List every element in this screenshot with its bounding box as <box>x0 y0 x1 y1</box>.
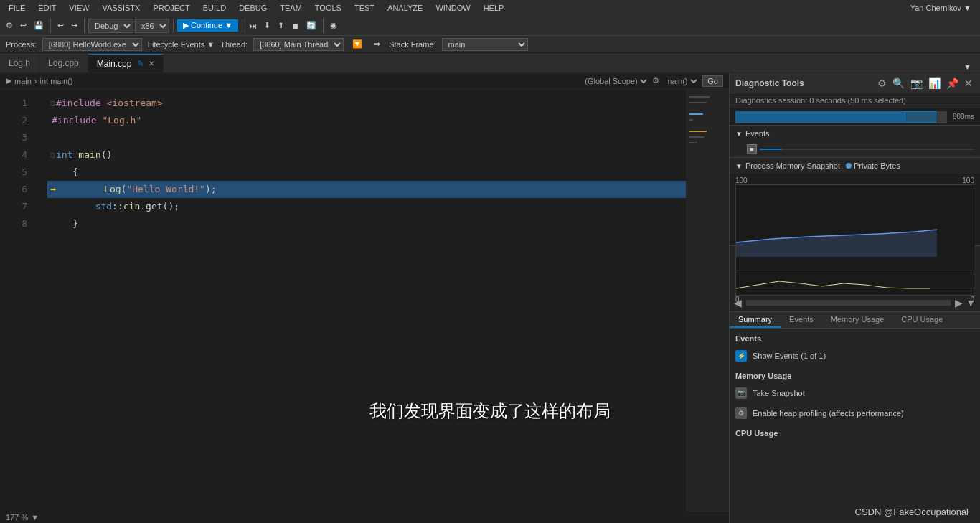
menu-test[interactable]: TEST <box>349 2 380 14</box>
toolbar-step-over[interactable]: ⏭ <box>246 20 260 32</box>
toolbar-save[interactable]: 💾 <box>31 19 47 32</box>
fold-icon-4[interactable]: □ <box>50 146 55 164</box>
mem-max-left: 100 <box>735 176 748 184</box>
menu-debug[interactable]: DEBUG <box>233 2 273 14</box>
filter-button[interactable]: 🔽 <box>349 38 365 50</box>
zoom-dropdown[interactable]: ▼ <box>31 513 39 522</box>
diag-tab-cpu-usage[interactable]: CPU Usage <box>892 312 951 328</box>
heap-profiling-icon: ⚙ <box>735 407 747 419</box>
code-text-4: int main() <box>56 146 112 164</box>
line-numbers: 1 2 3 4 5 6 7 8 <box>0 89 36 512</box>
diag-content: Events ⚡ Show Events (1 of 1) Memory Usa… <box>730 329 980 523</box>
diag-header: Diagnostic Tools ⚙ 🔍 📷 📊 📌 ✕ <box>730 73 980 93</box>
diag-search-icon[interactable]: 🔍 <box>891 76 906 90</box>
menu-window[interactable]: WINDOW <box>430 2 476 14</box>
diag-scroll-down[interactable]: ▼ <box>964 296 977 310</box>
process-select[interactable]: [6880] HelloWorld.exe <box>42 38 142 51</box>
stack-select[interactable]: main <box>442 38 528 51</box>
breadcrumb-main[interactable]: main <box>14 77 32 85</box>
diag-camera-icon[interactable]: 📷 <box>909 76 924 90</box>
menu-view[interactable]: VIEW <box>63 2 95 14</box>
thread-select[interactable]: [3660] Main Thread <box>253 38 344 51</box>
show-events-row: ⚡ Show Events (1 of 1) <box>735 346 974 366</box>
tab-overflow[interactable]: ▼ <box>961 61 974 72</box>
toolbar-step-out[interactable]: ⬆ <box>275 19 287 32</box>
go-button[interactable]: Go <box>702 75 723 87</box>
timeline-fill <box>735 111 905 123</box>
menu-team[interactable]: TEAM <box>274 2 308 14</box>
user-info[interactable]: Yan Chernikov ▼ <box>910 4 977 12</box>
platform-select[interactable]: x86 <box>135 19 169 33</box>
svg-rect-1 <box>689 96 710 98</box>
zoom-value[interactable]: 177 % <box>6 513 28 522</box>
toolbar: ⚙ ↩ 💾 ↩ ↪ Debug x86 ▶ Continue ▼ ⏭ ⬇ ⬆ ⏹… <box>0 16 980 36</box>
code-line-3 <box>47 129 686 146</box>
menu-help[interactable]: HELP <box>478 2 510 14</box>
toolbar-restart[interactable]: 🔄 <box>303 19 319 32</box>
toolbar-redo[interactable]: ↪ <box>68 19 80 32</box>
toolbar-new[interactable]: ⚙ <box>3 19 16 32</box>
breadcrumb: ▶ main › int main() (Global Scope) ⚙ mai… <box>0 73 729 89</box>
diag-chart-icon[interactable]: 📊 <box>927 76 942 90</box>
toolbar-step-into[interactable]: ⬇ <box>261 19 273 32</box>
diag-pin-icon[interactable]: 📌 <box>945 76 960 90</box>
toolbar-undo[interactable]: ↩ <box>55 19 67 32</box>
cpu-scroll-left[interactable]: ◀ <box>732 296 743 310</box>
heap-profiling-btn[interactable]: Enable heap profiling (affects performan… <box>753 406 904 420</box>
scope-select[interactable]: (Global Scope) <box>582 76 649 86</box>
config-select[interactable]: Debug <box>88 19 133 33</box>
tab-logh[interactable]: Log.h <box>0 54 39 72</box>
menu-build[interactable]: BUILD <box>197 2 232 14</box>
toolbar-sep4 <box>242 19 242 33</box>
events-label: Events <box>745 129 770 138</box>
event-timeline <box>760 149 974 150</box>
show-events-btn[interactable]: Show Events (1 of 1) <box>753 349 826 363</box>
fold-icon-1[interactable]: □ <box>50 95 55 112</box>
memory-section-header[interactable]: ▼ Process Memory Snapshot Private Bytes <box>730 158 980 174</box>
diag-settings-icon[interactable]: ⚙ <box>876 76 888 90</box>
cpu-scrollbar[interactable] <box>746 300 951 306</box>
tab-bar: Log.h Log.cpp Main.cpp ✎ ✕ ▼ <box>0 53 980 73</box>
code-text-5: { <box>50 164 78 181</box>
toolbar-breakpoints[interactable]: ◉ <box>327 19 340 32</box>
events-section-header[interactable]: ▼ Events <box>730 126 980 141</box>
breadcrumb-func[interactable]: int main() <box>40 77 73 85</box>
thread-action[interactable]: ➡ <box>371 38 383 50</box>
menu-analyze[interactable]: ANALYZE <box>382 2 428 14</box>
code-area[interactable]: □ #include <iostream> #include "Log.h" <box>36 89 686 512</box>
cpu-scroll-right[interactable]: ▶ <box>953 296 964 310</box>
member-select[interactable]: main() <box>662 76 699 86</box>
private-bytes-dot <box>846 163 852 169</box>
memory-usage-subsection: Memory Usage 📷 Take Snapshot ⚙ Enable he… <box>735 372 974 423</box>
timeline-track <box>735 111 947 123</box>
code-line-5: { <box>47 164 686 181</box>
diag-close-icon[interactable]: ✕ <box>963 76 974 90</box>
timeline-label: 800ms <box>953 113 974 121</box>
lifecycle-label[interactable]: Lifecycle Events ▼ <box>148 40 215 49</box>
tab-maincpp[interactable]: Main.cpp ✎ ✕ <box>88 54 164 72</box>
diagnostic-panel: Diagnostic Tools ⚙ 🔍 📷 📊 📌 ✕ Diagnostics… <box>729 73 980 523</box>
code-text-6: Log("Hello World!"); <box>59 181 216 198</box>
diag-tab-events[interactable]: Events <box>781 312 822 328</box>
toolbar-stop[interactable]: ⏹ <box>288 20 302 32</box>
menu-edit[interactable]: EDIT <box>32 2 62 14</box>
cpu-usage-title: CPU Usage <box>735 429 974 438</box>
code-line-2: #include "Log.h" <box>47 112 686 129</box>
diag-tab-memory-usage[interactable]: Memory Usage <box>822 312 893 328</box>
take-snapshot-icon: 📷 <box>735 387 747 399</box>
tab-close-main[interactable]: ✕ <box>149 60 154 67</box>
menu-tools[interactable]: TOOLS <box>309 2 347 14</box>
menu-vassistx[interactable]: VASSISTX <box>96 2 146 14</box>
diag-tab-summary[interactable]: Summary <box>730 312 781 328</box>
toolbar-open[interactable]: ↩ <box>17 19 29 32</box>
tab-modified-indicator: ✎ <box>137 59 144 69</box>
toolbar-sep2 <box>84 19 85 33</box>
tab-logcpp[interactable]: Log.cpp <box>39 54 88 72</box>
menu-project[interactable]: PROJECT <box>147 2 195 14</box>
menu-file[interactable]: FILE <box>3 2 31 14</box>
stack-label: Stack Frame: <box>389 40 435 49</box>
take-snapshot-btn[interactable]: Take Snapshot <box>753 386 805 400</box>
timeline[interactable]: 800ms <box>730 108 980 126</box>
continue-button[interactable]: ▶ Continue ▼ <box>177 19 238 32</box>
diag-session: Diagnostics session: 0 seconds (50 ms se… <box>730 93 980 108</box>
